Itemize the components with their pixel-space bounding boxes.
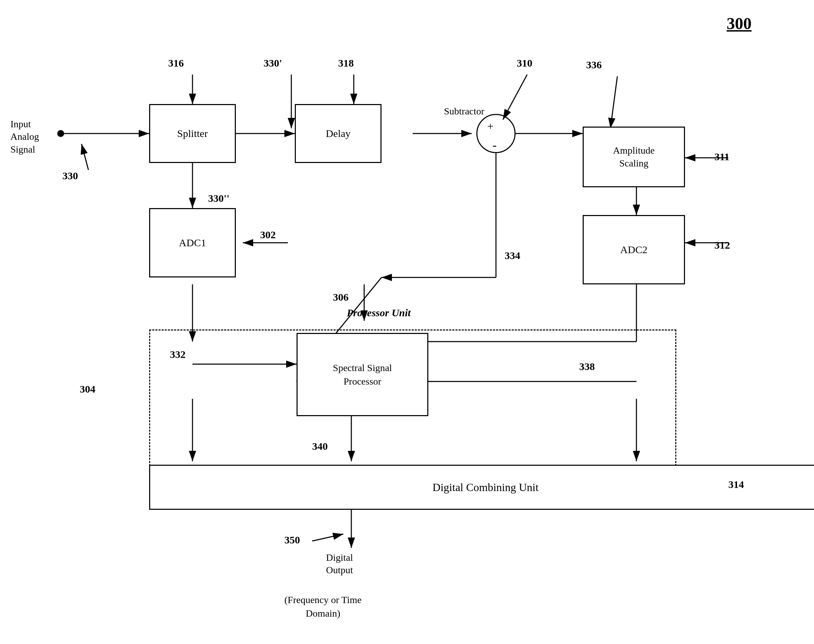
svg-line-32	[312, 534, 343, 541]
ref-350: 350	[284, 534, 300, 546]
ref-316: 316	[168, 57, 184, 69]
digital-combining-unit-block: Digital Combining Unit	[149, 465, 814, 510]
delay-block: Delay	[295, 104, 382, 163]
svg-line-11	[503, 75, 527, 120]
svg-line-13	[610, 76, 617, 128]
adc2-block: ADC2	[583, 215, 685, 284]
adc1-block: ADC1	[149, 208, 236, 278]
diagram-svg: + -	[0, 0, 814, 644]
splitter-block: Splitter	[149, 104, 236, 163]
digital-output-label: Digital Output	[326, 551, 353, 577]
ref-332: 332	[170, 348, 185, 360]
ref-314: 314	[728, 478, 744, 491]
spectral-signal-processor-block: Spectral Signal Processor	[297, 333, 428, 416]
svg-line-3	[81, 144, 89, 170]
ref-311: 311	[714, 151, 730, 163]
svg-text:-: -	[492, 138, 497, 152]
ref-318: 318	[338, 57, 354, 69]
ref-330: 330	[63, 170, 78, 182]
ref-310: 310	[517, 57, 532, 69]
ref-312: 312	[714, 239, 730, 251]
ref-330p: 330'	[264, 57, 282, 69]
diagram-container: 300 + -	[0, 0, 814, 644]
amplitude-scaling-block: Amplitude Scaling	[583, 127, 685, 187]
svg-text:+: +	[487, 120, 494, 132]
processor-unit-label: Processor Unit	[347, 307, 411, 319]
ref-336: 336	[586, 59, 602, 71]
ref-304: 304	[80, 383, 95, 395]
ref-334: 334	[504, 250, 520, 262]
ref-338: 338	[579, 361, 595, 373]
ref-306: 306	[333, 291, 348, 303]
ref-330pp: 330''	[208, 192, 230, 204]
ref-302: 302	[260, 229, 276, 241]
input-analog-signal-label: Input Analog Signal	[11, 118, 39, 156]
input-signal-dot	[57, 130, 64, 137]
frequency-time-domain-label: (Frequency or Time Domain)	[284, 593, 362, 620]
ref-340: 340	[312, 440, 328, 452]
subtractor-label: Subtractor	[444, 106, 484, 117]
